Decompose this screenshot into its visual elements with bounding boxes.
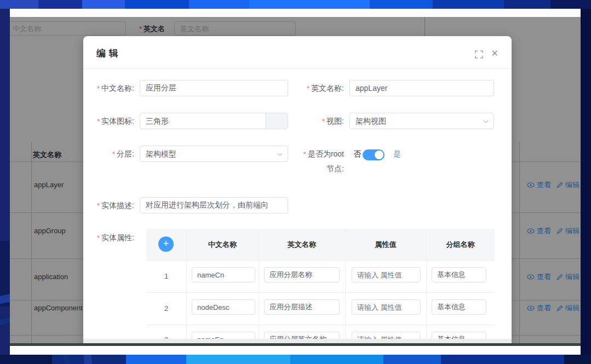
required-mark: * [322,117,325,125]
frame-top-bar [0,0,591,9]
table-column-line [259,229,259,343]
is-root-label: *是否为root节点: [300,147,344,176]
root-toggle-switch[interactable] [363,149,385,160]
view-label: *视图: [297,117,344,126]
cn-name-label: *中文名称: [83,84,134,94]
edit-dialog: 编辑 ✕ *中文名称: *英文名称: *实体图标: 三角形 *视图: 架构视图 … [83,36,512,343]
table-column-line [345,229,346,343]
entity-desc-input[interactable] [140,197,288,213]
en-name-label: *英文名称: [297,84,344,94]
close-icon[interactable]: ✕ [491,48,498,59]
screen-bottom-strip [10,346,581,355]
attr-cn-input[interactable] [192,267,255,282]
entity-attrs-label: *实体属性: [83,233,134,243]
column-header-cn: 中文名称 [186,229,259,260]
chevron-down-icon [277,151,283,158]
fullscreen-icon[interactable] [475,50,483,59]
attr-cn-input[interactable] [192,299,255,315]
column-header-en: 英文名称 [259,229,345,260]
attr-value-input[interactable] [352,267,421,282]
chevron-down-icon [483,118,489,125]
toggle-knob [375,151,383,159]
column-header-value: 属性值 [345,229,426,260]
table-row-line [146,325,495,325]
table-row-line [146,292,495,293]
app-screen: *英文名 英文名称 appLayer appGroup application … [10,9,581,355]
root-toggle-on-text: 是 [393,149,401,159]
attr-en-input[interactable] [264,299,340,315]
attr-value-input[interactable] [352,299,421,315]
required-mark: * [97,84,100,93]
attribute-table: + 中文名称 英文名称 属性值 分组名称 1 2 3 [146,229,495,343]
table-column-line [186,229,187,343]
frame-right-band [581,9,591,355]
table-scrollbar-track[interactable] [83,339,512,343]
attr-row-index: 1 [146,272,186,280]
required-mark: * [112,150,115,158]
table-row-line [146,260,495,261]
attr-group-input[interactable] [432,267,486,282]
cn-name-input[interactable] [140,80,288,96]
entity-desc-label: *实体描述: [83,201,134,211]
entity-icon-label: *实体图标: [83,117,134,126]
attr-row-index: 2 [146,304,186,313]
browser-top-strip [10,9,581,17]
layer-label: *分层: [83,149,134,159]
layer-select[interactable]: 架构模型 [140,146,288,162]
table-column-line [426,229,427,343]
en-name-input[interactable] [349,80,494,96]
required-mark: * [97,201,100,210]
add-attribute-button[interactable]: + [158,236,174,252]
required-mark: * [303,150,306,158]
required-mark: * [97,117,100,125]
column-header-group: 分组名称 [426,229,495,260]
root-toggle-off-text: 否 [353,149,361,159]
entity-icon-input[interactable]: 三角形 [140,113,288,129]
dialog-header-divider [83,68,512,69]
attr-group-input[interactable] [432,299,486,315]
icon-preview-addon[interactable] [266,113,288,129]
required-mark: * [97,234,100,242]
dialog-title: 编辑 [96,47,122,60]
required-mark: * [307,84,309,93]
attr-en-input[interactable] [264,267,340,282]
view-select[interactable]: 架构视图 [349,113,494,129]
